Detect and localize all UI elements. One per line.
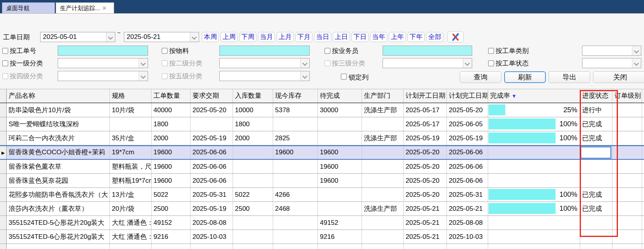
cell-pending-qty[interactable]: [318, 188, 362, 201]
cell-spec[interactable]: 35片/盒: [110, 131, 152, 145]
close-button[interactable]: 关闭: [593, 71, 644, 83]
cell-required-due-date[interactable]: 2025-05-31: [191, 188, 233, 201]
cell-progress-status[interactable]: [580, 244, 612, 249]
cell-order-qty[interactable]: 40000: [152, 103, 191, 117]
cell-order-qty[interactable]: 2500: [152, 202, 191, 215]
cell-extra[interactable]: [642, 202, 644, 215]
cell-production-dept[interactable]: [362, 174, 404, 187]
filter-checkbox-class-4[interactable]: [2, 73, 8, 79]
cell-spec[interactable]: 13片/盒: [110, 188, 152, 201]
cell-spec[interactable]: 10片/袋: [110, 103, 152, 117]
filter-combobox-class-5[interactable]: [219, 71, 310, 81]
column-header-inbound-qty[interactable]: 入库数量: [233, 89, 273, 102]
cell-order-qty[interactable]: 49152: [152, 216, 191, 230]
column-header-plan-start-date[interactable]: 计划开工日期: [404, 89, 447, 102]
chevron-down-icon[interactable]: [632, 46, 641, 55]
cell-pending-qty[interactable]: 30000: [318, 103, 362, 117]
cell-plan-finish-date[interactable]: 2025-05-31: [447, 188, 488, 201]
cell-current-stock[interactable]: [273, 244, 318, 249]
column-header-pending-qty[interactable]: 待完成: [318, 89, 362, 102]
cell-spec[interactable]: 塑料瓶19*7cm: [110, 174, 152, 187]
cell-required-due-date[interactable]: [191, 117, 233, 131]
cell-required-due-date[interactable]: 2025-06-06: [191, 160, 233, 173]
cell-spec[interactable]: 19*7cm: [110, 146, 152, 159]
cell-required-due-date[interactable]: 2025-05-19: [191, 131, 233, 145]
cell-completion-rate[interactable]: [488, 146, 580, 159]
cell-product-name[interactable]: 珂莉二合一内衣洗衣片: [7, 131, 110, 145]
cell-inbound-qty[interactable]: 10000: [233, 103, 273, 117]
cell-product-name[interactable]: [7, 244, 110, 249]
close-icon[interactable]: ×: [102, 5, 107, 12]
cell-pending-qty[interactable]: 19600: [318, 174, 362, 187]
cell-plan-start-date[interactable]: 2025-05-19: [404, 131, 447, 145]
cell-extra[interactable]: [642, 160, 644, 173]
filter-combobox-class-4[interactable]: [58, 71, 148, 81]
table-row[interactable]: 留香珠紫色薰衣草塑料瓶装，尺196002025-06-06196002025-0…: [0, 160, 644, 174]
chevron-down-icon[interactable]: [139, 71, 148, 81]
column-header-product-name[interactable]: 产品名称: [7, 89, 110, 102]
cell-required-due-date[interactable]: 2025-08-08: [191, 216, 233, 230]
cell-inbound-qty[interactable]: [233, 174, 273, 187]
cell-required-due-date[interactable]: 2025-06-06: [191, 146, 233, 159]
cell-extra[interactable]: [642, 216, 644, 230]
cell-plan-finish-date[interactable]: 2025-08-08: [447, 216, 488, 230]
cell-completion-rate[interactable]: [488, 160, 580, 173]
cell-plan-finish-date[interactable]: 2025-06-06: [447, 146, 488, 159]
filter-checkbox-class-2[interactable]: [162, 60, 168, 66]
chevron-down-icon[interactable]: [300, 58, 309, 68]
filter-checkbox-class-1[interactable]: [2, 60, 8, 66]
cell-inbound-qty[interactable]: 5022: [233, 188, 273, 201]
cell-plan-start-date[interactable]: [404, 244, 447, 249]
cell-required-due-date[interactable]: 2025-05-19: [191, 202, 233, 215]
cell-pending-qty[interactable]: 49152: [318, 216, 362, 230]
cell-plan-finish-date[interactable]: 2025-10-03: [447, 230, 488, 244]
cell-production-dept[interactable]: [362, 216, 404, 230]
filter-checkbox-order-status[interactable]: [488, 60, 494, 66]
cell-pending-qty[interactable]: 19600: [318, 146, 362, 159]
cell-pending-qty[interactable]: 19600: [318, 160, 362, 173]
cell-completion-rate[interactable]: [488, 230, 580, 244]
cell-plan-start-date[interactable]: 2025-05-17: [404, 117, 447, 131]
cell-order-level[interactable]: [612, 244, 642, 249]
cell-product-name[interactable]: 浪莎内衣洗衣片（薰衣草）: [7, 202, 110, 215]
date-from-combobox[interactable]: 2025-05-01: [40, 32, 115, 42]
quick-link-5[interactable]: 上月: [277, 32, 294, 42]
cell-order-qty[interactable]: 9216: [152, 230, 191, 244]
column-header-completion-rate[interactable]: 完成率▼: [488, 89, 580, 102]
cell-completion-rate[interactable]: 100%: [488, 188, 580, 201]
cell-order-qty[interactable]: 1800: [152, 117, 191, 131]
cell-current-stock[interactable]: 5378: [273, 103, 318, 117]
cell-plan-finish-date[interactable]: 2025-06-06: [447, 174, 488, 187]
filter-checkbox-salesman[interactable]: [325, 48, 330, 54]
quick-link-13[interactable]: 全部: [426, 32, 443, 42]
cell-spec[interactable]: [110, 244, 152, 249]
filter-combobox-class-1[interactable]: [58, 58, 148, 68]
cell-current-stock[interactable]: 2825: [273, 131, 318, 145]
cell-pending-qty[interactable]: [318, 131, 362, 145]
cell-completion-rate[interactable]: [488, 216, 580, 230]
filter-input-material[interactable]: [219, 46, 310, 56]
cell-completion-rate[interactable]: 100%: [488, 117, 580, 131]
cell-current-stock[interactable]: 19600: [273, 146, 318, 159]
export-button[interactable]: 导出: [549, 71, 590, 83]
cell-pending-qty[interactable]: 9216: [318, 230, 362, 244]
cell-product-name[interactable]: S唯一爱蝴蝶结玫瑰深粉: [7, 117, 110, 131]
cell-completion-rate[interactable]: 100%: [488, 131, 580, 145]
cell-production-dept[interactable]: 洗涤生产部: [362, 131, 404, 145]
cell-plan-start-date[interactable]: 2025-05-21: [404, 216, 447, 230]
cell-current-stock[interactable]: [273, 174, 318, 187]
cell-inbound-qty[interactable]: 1800: [233, 117, 273, 131]
cell-product-name[interactable]: 3551524TED-5心形花片20g装大: [7, 216, 110, 230]
cell-current-stock[interactable]: 4266: [273, 188, 318, 201]
table-row[interactable]: ▶留香珠黄色COCO小姐香橙+茉莉19*7cm196002025-06-0619…: [0, 145, 644, 160]
cell-inbound-qty[interactable]: 2000: [233, 131, 273, 145]
column-header-spec[interactable]: 规格: [110, 89, 152, 102]
cell-pending-qty[interactable]: [318, 244, 362, 249]
cell-production-dept[interactable]: [362, 146, 404, 159]
quick-link-8[interactable]: 上日: [333, 32, 350, 42]
cell-current-stock[interactable]: [273, 216, 318, 230]
table-row[interactable]: 留香珠蓝色莫奈花园塑料瓶19*7cm196002025-06-061960020…: [0, 174, 644, 188]
lock-columns-checkbox[interactable]: [341, 74, 347, 79]
cell-product-name[interactable]: 3551524TED-6心形花片20g装大: [7, 230, 110, 244]
cell-production-dept[interactable]: [362, 117, 404, 131]
